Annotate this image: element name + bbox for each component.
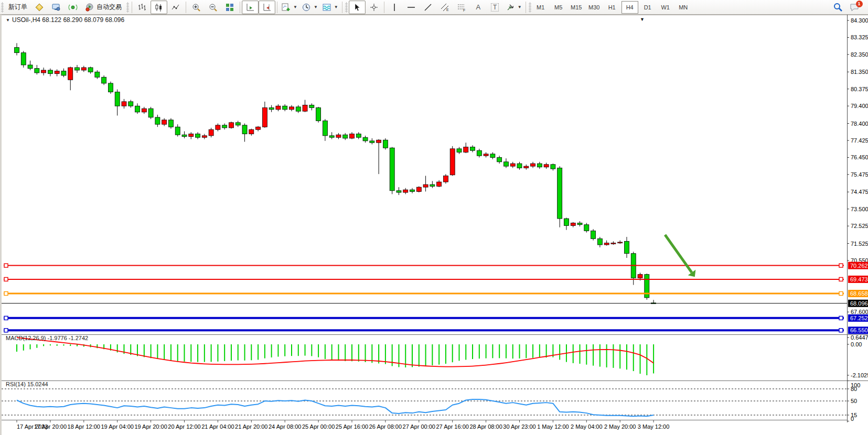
tab-timeframe-mn[interactable]: MN	[675, 1, 692, 14]
time-tick-label: 2 May 04:00	[571, 423, 603, 430]
market-watch-button[interactable]	[48, 1, 65, 14]
tab-timeframe-m1[interactable]: M1	[532, 1, 549, 14]
label-tool-button[interactable]: T	[487, 1, 503, 14]
price-tick-label: 79.400	[851, 103, 868, 109]
candle-body	[370, 141, 374, 143]
hline-end-marker[interactable]	[839, 329, 843, 332]
signal-button[interactable]	[65, 1, 81, 14]
hline-end-marker[interactable]	[839, 292, 843, 296]
auto-trading-label: 自动交易	[97, 3, 122, 12]
price-tick-label: 81.350	[851, 69, 868, 75]
tab-timeframe-h4[interactable]: H4	[621, 1, 638, 14]
vertical-line-icon	[390, 3, 399, 12]
tab-timeframe-h1[interactable]: H1	[604, 1, 620, 14]
hline-end-marker[interactable]	[4, 264, 8, 267]
auto-scroll-button[interactable]	[242, 1, 259, 14]
chart-properties-icon	[322, 3, 331, 12]
arrows-tool-button[interactable]: ▼	[503, 1, 524, 14]
zoom-out-button[interactable]	[205, 1, 221, 14]
time-tick-label: 3 May 12:00	[638, 423, 670, 430]
chart-window[interactable]: 84.30083.32582.35081.35080.37579.40078.4…	[0, 15, 868, 435]
hline-end-marker[interactable]	[4, 329, 8, 332]
candle-body	[35, 69, 39, 73]
fibonacci-icon: F	[457, 3, 466, 12]
candle-body	[343, 135, 348, 138]
hline-end-marker[interactable]	[839, 264, 843, 267]
toolbar-grip[interactable]	[1, 2, 4, 13]
tile-windows-icon	[225, 3, 234, 12]
candle-body	[350, 134, 355, 138]
channel-icon: E	[440, 3, 449, 12]
candle-body	[416, 187, 421, 191]
zoom-out-icon	[208, 3, 218, 12]
equidistant-channel-tool-button[interactable]: E	[436, 1, 453, 14]
new-chart-button[interactable]: ▼	[279, 1, 299, 14]
layouts-button[interactable]	[31, 1, 48, 14]
candle-body	[484, 154, 488, 156]
tab-timeframe-m30[interactable]: M30	[586, 1, 603, 14]
notifications-button[interactable]: 1	[846, 1, 863, 14]
candle-body	[490, 154, 495, 158]
hline-end-marker[interactable]	[839, 316, 843, 320]
current-price-badge-text: 68.096	[850, 300, 868, 307]
price-tick-label: 77.425	[851, 137, 868, 144]
candle-body	[443, 176, 448, 182]
hline-end-marker[interactable]	[4, 292, 8, 296]
candle-body	[222, 125, 227, 128]
tile-windows-button[interactable]	[221, 1, 238, 14]
candle-body	[638, 275, 642, 278]
vertical-line-tool-button[interactable]	[386, 1, 403, 14]
zoom-in-button[interactable]	[188, 1, 205, 14]
tab-timeframe-w1[interactable]: W1	[657, 1, 674, 14]
candle-body	[95, 72, 100, 77]
candle-body	[571, 223, 575, 225]
new-order-button[interactable]: 新订单	[5, 1, 31, 14]
time-tick-label: 27 Apr 16:00	[436, 423, 469, 430]
candle-body	[309, 105, 314, 108]
chat-bubble-icon: 1	[850, 3, 860, 12]
toolbar-grip[interactable]	[345, 2, 348, 13]
price-chart-canvas[interactable]: 84.30083.32582.35081.35080.37579.40078.4…	[2, 15, 868, 435]
tab-timeframe-m15[interactable]: M15	[568, 1, 585, 14]
horizontal-line-tool-button[interactable]	[403, 1, 420, 14]
search-button[interactable]	[829, 1, 846, 14]
hline-end-marker[interactable]	[4, 316, 8, 320]
candle-body	[115, 92, 120, 106]
candle-body	[584, 225, 589, 231]
auto-trading-icon	[85, 3, 94, 12]
candle-body	[88, 68, 93, 72]
chart-shift-button[interactable]	[259, 1, 275, 14]
toolbar-grip[interactable]	[529, 2, 531, 13]
candle-body	[329, 136, 334, 137]
hline-price-badge-text: 67.252	[850, 315, 868, 321]
separator	[342, 2, 342, 13]
candle-body	[437, 182, 442, 186]
candle-body	[363, 137, 368, 141]
fibonacci-tool-button[interactable]: F	[453, 1, 470, 14]
chart-properties-button[interactable]: ▼	[320, 1, 340, 14]
tab-timeframe-m5[interactable]: M5	[550, 1, 567, 14]
candlestick-mode-button[interactable]	[151, 1, 167, 14]
arrows-icon	[506, 3, 515, 12]
candle-body	[423, 184, 428, 187]
candle-body	[175, 127, 180, 135]
hline-end-marker[interactable]	[839, 277, 843, 281]
auto-trading-button[interactable]: 自动交易	[81, 1, 125, 14]
candle-body	[148, 108, 153, 117]
separator	[240, 2, 240, 13]
period-clock-button[interactable]: ▼	[299, 1, 320, 14]
hline-price-badge-text: 70.262	[850, 263, 868, 269]
separator	[132, 2, 132, 13]
bar-chart-mode-button[interactable]	[134, 1, 151, 14]
cursor-tool-button[interactable]	[349, 1, 366, 14]
trendline-tool-button[interactable]	[420, 1, 436, 14]
crosshair-tool-button[interactable]	[366, 1, 382, 14]
toolbar-grip[interactable]	[126, 2, 129, 13]
auto-scroll-icon	[245, 3, 255, 12]
line-chart-mode-button[interactable]	[167, 1, 184, 14]
candle-body	[524, 166, 529, 168]
tab-timeframe-d1[interactable]: D1	[639, 1, 656, 14]
text-tool-button[interactable]: A	[470, 1, 487, 14]
hline-price-badge-text: 68.658	[850, 290, 868, 297]
hline-end-marker[interactable]	[4, 277, 8, 281]
